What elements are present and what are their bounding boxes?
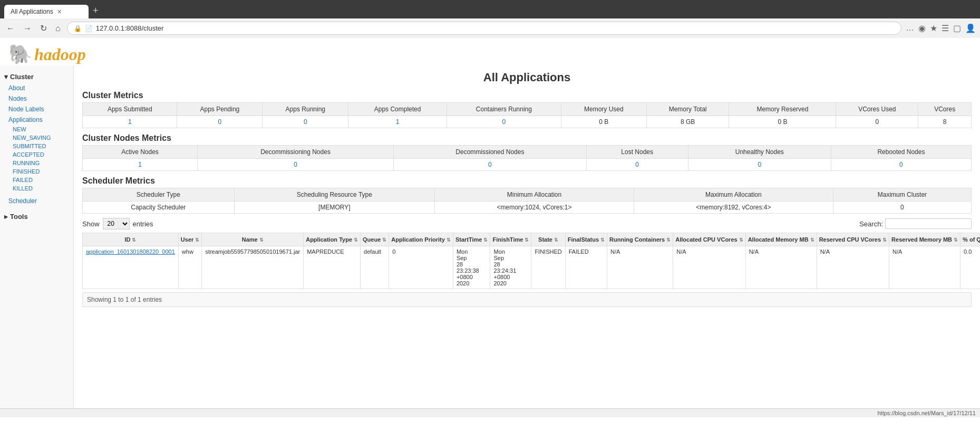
hadoop-logo: 🐘 hadoop	[8, 43, 972, 65]
tools-label: Tools	[10, 213, 28, 221]
sort-icon-res-cpu: ⇅	[882, 237, 887, 243]
tab-close-button[interactable]: ×	[57, 7, 62, 16]
menu-icon[interactable]: …	[906, 23, 914, 33]
sidebar-item-submitted[interactable]: SUBMITTED	[0, 142, 73, 150]
refresh-button[interactable]: ↻	[38, 22, 49, 34]
cm-val-4: 0	[447, 116, 561, 128]
sidebar-item-failed[interactable]: FAILED	[0, 176, 73, 184]
status-bar: https://blog.csdn.net/Mars_id/17/12/11	[0, 408, 980, 417]
back-button[interactable]: ←	[4, 23, 17, 34]
sidebar-item-new-saving[interactable]: NEW_SAVING	[0, 133, 73, 142]
cm-val-5: 0 B	[561, 116, 646, 128]
th-name[interactable]: Name ⇅	[202, 233, 304, 246]
cn-val-0: 1	[83, 159, 198, 171]
forward-button[interactable]: →	[21, 23, 34, 34]
sidebar-item-finished[interactable]: FINISHED	[0, 167, 73, 176]
th-pct-queue[interactable]: % of Queue ⇅	[960, 233, 980, 246]
sort-icon-type: ⇅	[354, 237, 358, 243]
cn-header-4: Unhealthy Nodes	[688, 146, 831, 159]
search-label: Search:	[859, 220, 883, 228]
search-box: Search:	[859, 218, 972, 229]
cluster-metrics-table: Apps Submitted Apps Pending Apps Running…	[82, 102, 972, 128]
cm-header-2: Apps Running	[263, 103, 348, 116]
th-final-status[interactable]: FinalStatus ⇅	[565, 233, 607, 246]
sm-val-0: Capacity Scheduler	[83, 202, 235, 214]
th-alloc-mem[interactable]: Allocated Memory MB ⇅	[745, 233, 817, 246]
cell-state: FINISHED	[531, 246, 565, 289]
cm-header-4: Containers Running	[447, 103, 561, 116]
cell-id: application_1601301808220_0001	[83, 246, 179, 289]
th-res-mem[interactable]: Reserved Memory MB ⇅	[889, 233, 960, 246]
sort-icon-name: ⇅	[259, 237, 264, 243]
sidebar-item-applications[interactable]: Applications	[0, 114, 73, 125]
browser-actions: … ◉ ★ ☰ ▢ 👤	[906, 23, 976, 33]
th-alloc-cpu[interactable]: Allocated CPU VCores ⇅	[673, 233, 745, 246]
cn-header-0: Active Nodes	[83, 146, 198, 159]
cm-val-8: 0	[836, 116, 918, 128]
th-type[interactable]: Application Type ⇅	[304, 233, 361, 246]
active-tab[interactable]: All Applications ×	[4, 5, 89, 18]
sidebar-item-new[interactable]: NEW	[0, 125, 73, 133]
th-start[interactable]: StartTime ⇅	[453, 233, 490, 246]
th-user[interactable]: User ⇅	[178, 233, 202, 246]
new-tab-button[interactable]: +	[89, 3, 103, 18]
sort-icon-id: ⇅	[132, 237, 136, 243]
show-entries-left: Show 20 10 50 100 entries	[82, 218, 153, 229]
sidebar-item-accepted[interactable]: ACCEPTED	[0, 150, 73, 159]
cm-val-7: 0 B	[729, 116, 836, 128]
sm-val-2: <memory:1024, vCores:1>	[435, 202, 634, 214]
page-title: All Applications	[82, 71, 972, 84]
cn-header-2: Decommissioned Nodes	[394, 146, 587, 159]
sidebar-item-about[interactable]: About	[0, 83, 73, 93]
cm-header-6: Memory Total	[646, 103, 729, 116]
sm-header-2: Minimum Allocation	[435, 188, 634, 202]
sort-icon-priority: ⇅	[447, 237, 451, 243]
sort-icon-final: ⇅	[600, 237, 605, 243]
search-input[interactable]	[885, 218, 972, 229]
tab-bar: All Applications × +	[4, 3, 976, 18]
th-state[interactable]: State ⇅	[531, 233, 565, 246]
cluster-nodes-table: Active Nodes Decommissioning Nodes Decom…	[82, 145, 972, 171]
sidebar-item-running[interactable]: RUNNING	[0, 159, 73, 167]
sidebar-cluster-header[interactable]: ▾ Cluster	[0, 71, 73, 83]
sort-icon-start: ⇅	[483, 237, 488, 243]
th-priority[interactable]: Application Priority ⇅	[389, 233, 453, 246]
entries-select[interactable]: 20 10 50 100	[103, 218, 130, 229]
sort-icon-state: ⇅	[554, 237, 558, 243]
sidebar-item-nodes[interactable]: Nodes	[0, 93, 73, 104]
browser-chrome: All Applications × +	[0, 0, 980, 18]
cm-val-9: 8	[918, 116, 972, 128]
home-button[interactable]: ⌂	[53, 23, 63, 34]
star-icon[interactable]: ★	[930, 23, 937, 33]
cm-val-1: 0	[177, 116, 263, 128]
cm-header-0: Apps Submitted	[83, 103, 177, 116]
scheduler-metrics-table: Scheduler Type Scheduling Resource Type …	[82, 188, 972, 214]
sort-icon-alloc-mem: ⇅	[810, 237, 814, 243]
scheduler-metrics-title: Scheduler Metrics	[82, 176, 972, 186]
avatar-icon[interactable]: 👤	[965, 23, 976, 33]
cluster-metrics-title: Cluster Metrics	[82, 91, 972, 100]
sidebar-item-killed[interactable]: KILLED	[0, 184, 73, 193]
th-running-containers[interactable]: Running Containers ⇅	[607, 233, 673, 246]
th-res-cpu[interactable]: Reserved CPU VCores ⇅	[817, 233, 889, 246]
shield-icon[interactable]: ◉	[918, 23, 926, 33]
sidebar-tools-header[interactable]: ▸ Tools	[0, 211, 73, 223]
doc-icon: 📄	[85, 25, 93, 32]
cell-alloc-memory: N/A	[745, 246, 817, 289]
cm-header-8: VCores Used	[836, 103, 918, 116]
cell-pct-queue: 0.0	[960, 246, 980, 289]
showing-text: Showing 1 to 1 of 1 entries	[82, 292, 972, 307]
app-id-link[interactable]: application_1601301808220_0001	[86, 248, 175, 255]
th-id[interactable]: ID ⇅	[83, 233, 179, 246]
cluster-label: Cluster	[10, 73, 34, 81]
sm-header-0: Scheduler Type	[83, 188, 235, 202]
tab-icon[interactable]: ▢	[953, 23, 961, 33]
th-queue[interactable]: Queue ⇅	[361, 233, 389, 246]
sidebar-item-scheduler[interactable]: Scheduler	[0, 196, 73, 206]
cluster-nodes-title: Cluster Nodes Metrics	[82, 133, 972, 143]
sidebar-item-node-labels[interactable]: Node Labels	[0, 104, 73, 114]
th-finish[interactable]: FinishTime ⇅	[490, 233, 531, 246]
library-icon[interactable]: ☰	[942, 23, 949, 33]
address-bar[interactable]: 🔒 📄 127.0.0.1:8088/cluster	[67, 22, 901, 35]
applications-table: ID ⇅ User ⇅ Name ⇅ Application Type ⇅ Qu…	[82, 233, 980, 289]
